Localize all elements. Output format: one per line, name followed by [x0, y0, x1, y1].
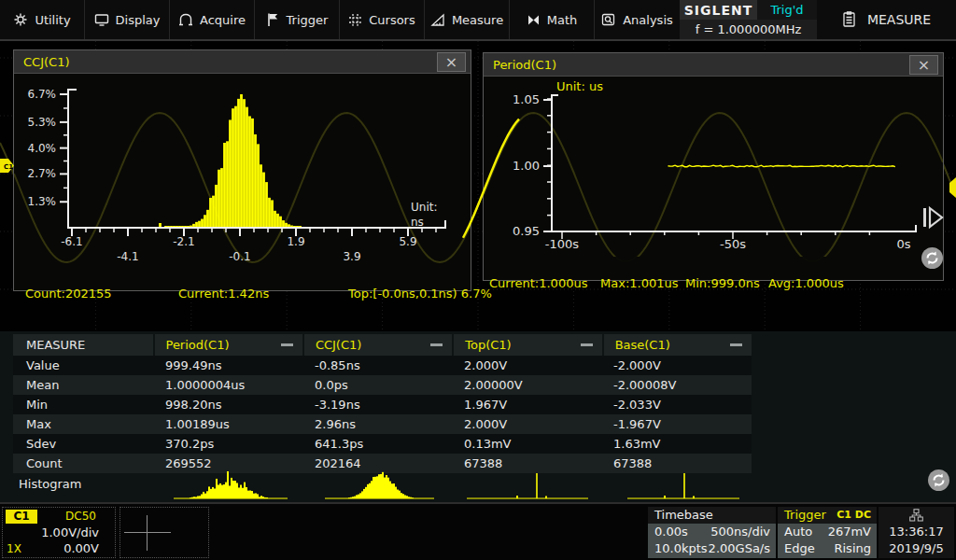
- value-top: 2.000V: [453, 356, 602, 375]
- ccj-stat-top: Top:[-0.0ns,0.1ns) 6.7%: [348, 287, 492, 301]
- menu-cursors-label: Cursors: [369, 13, 415, 27]
- period-stat-max: Max:1.001us: [600, 276, 678, 290]
- min-period: 998.20ns: [154, 395, 303, 414]
- row-label-count: Count: [13, 454, 154, 473]
- value-period: 999.49ns: [154, 356, 303, 375]
- count-ccj: 202164: [303, 454, 453, 473]
- menu-measure-active-label: MEASURE: [867, 12, 931, 27]
- add-channel-button[interactable]: [120, 507, 209, 558]
- ccj-window-close-icon[interactable]: ×: [437, 52, 466, 72]
- menu-acquire[interactable]: Acquire: [170, 0, 255, 39]
- remove-top-icon[interactable]: [581, 343, 593, 346]
- measurement-histograms: [0, 471, 758, 499]
- frequency-counter: f = 1.000000MHz: [680, 20, 817, 39]
- period-window-close-icon[interactable]: ×: [909, 55, 938, 75]
- max-ccj: 2.96ns: [303, 414, 453, 434]
- menu-analysis-label: Analysis: [623, 13, 673, 27]
- svg-text:0s: 0s: [896, 237, 910, 251]
- menu-math[interactable]: Math: [510, 0, 595, 39]
- table-row-count: Count 269552 202164 67388 67388: [13, 454, 752, 473]
- measure-table: MEASURE Period(C1) CCJ(C1) Top(C1) Base(…: [13, 334, 752, 473]
- timebase-points: 10.0kpts: [654, 541, 708, 555]
- svg-text:3.9: 3.9: [343, 250, 360, 263]
- ccj-stat-current: Current:1.42ns: [178, 287, 269, 301]
- measure-table-corner: MEASURE: [13, 334, 153, 356]
- svg-text:2.7%: 2.7%: [28, 167, 57, 180]
- min-base: -2.033V: [602, 395, 752, 414]
- trigger-header: Trigger C1 DC: [778, 507, 877, 524]
- svg-text:-50s: -50s: [720, 237, 746, 251]
- count-top: 67388: [453, 454, 602, 473]
- measure-column-top-label: Top(C1): [465, 338, 511, 352]
- channel1-probe: 1X: [7, 542, 21, 555]
- period-unit-label: Unit: us: [556, 79, 603, 93]
- mean-ccj: 0.0ps: [303, 375, 453, 395]
- row-label-min: Min: [13, 395, 154, 414]
- oscilloscope-screen: Utility Display Acquire Trigger Cursors …: [0, 0, 956, 560]
- menu-trigger-label: Trigger: [287, 13, 329, 27]
- menu-display[interactable]: Display: [85, 0, 170, 39]
- network-icon: [909, 509, 923, 522]
- period-trend-window: Period(C1) × Unit: us 1.051.000.95-100s-…: [483, 52, 944, 281]
- trigger-label: Trigger: [784, 508, 826, 522]
- period-stat-avg: Avg:1.000us: [768, 276, 844, 290]
- menu-utility[interactable]: Utility: [0, 0, 85, 39]
- ccj-window-titlebar[interactable]: CCJ(C1) ×: [14, 50, 471, 74]
- channel1-descriptor[interactable]: C1 DC50 1.00V/div 1X 0.00V: [2, 507, 116, 558]
- max-period: 1.00189us: [154, 414, 303, 434]
- measure-column-top[interactable]: Top(C1): [454, 334, 601, 356]
- timebase-header: Timebase: [648, 507, 776, 524]
- history-play-icon[interactable]: [921, 205, 944, 230]
- gear-icon: [13, 12, 28, 27]
- reset-statistics-icon[interactable]: [921, 246, 944, 270]
- sdev-top: 0.13mV: [453, 434, 602, 454]
- svg-text:6.7%: 6.7%: [28, 88, 57, 101]
- brand-block: SIGLENT Trig'd f = 1.000000MHz: [680, 0, 817, 39]
- menu-analysis[interactable]: Analysis: [595, 0, 680, 39]
- trigger-slope: Rising: [834, 541, 871, 555]
- measure-column-ccj[interactable]: CCJ(C1): [304, 334, 452, 356]
- sdev-ccj: 641.3ps: [303, 434, 453, 454]
- svg-text:0.95: 0.95: [513, 224, 540, 238]
- period-stat-current: Current:1.000us: [489, 276, 587, 290]
- remove-base-icon[interactable]: [730, 343, 742, 346]
- svg-text:ns: ns: [411, 216, 424, 229]
- row-label-max: Max: [13, 414, 154, 434]
- svg-text:1.3%: 1.3%: [28, 195, 57, 208]
- menu-measure-active[interactable]: MEASURE: [817, 0, 956, 39]
- svg-text:1.00: 1.00: [513, 159, 540, 173]
- table-row-max: Max 1.00189us 2.96ns 2.000V -1.967V: [13, 414, 752, 434]
- menu-measure[interactable]: Measure: [425, 0, 510, 39]
- menu-math-label: Math: [547, 13, 578, 27]
- menu-cursors[interactable]: Cursors: [340, 0, 425, 39]
- period-window-titlebar[interactable]: Period(C1) ×: [484, 53, 943, 77]
- min-top: 1.967V: [453, 395, 602, 414]
- remove-ccj-icon[interactable]: [430, 343, 443, 346]
- measure-column-base[interactable]: Base(C1): [604, 334, 752, 356]
- row-label-mean: Mean: [13, 375, 154, 395]
- channel1-position-marker[interactable]: C1: [0, 159, 15, 173]
- svg-text:-2.1: -2.1: [173, 235, 194, 248]
- trigger-type: Edge: [784, 541, 815, 555]
- mean-base: -2.00008V: [602, 375, 752, 395]
- math-bowtie-icon: [527, 13, 541, 27]
- siglent-logo: SIGLENT: [680, 0, 757, 20]
- timebase-descriptor[interactable]: Timebase 0.00s 500ns/div 10.0kpts 2.00GS…: [648, 507, 776, 558]
- count-base: 67388: [602, 454, 752, 473]
- menu-trigger[interactable]: Trigger: [255, 0, 340, 39]
- analysis-icon: [601, 12, 616, 27]
- remove-period-icon[interactable]: [281, 343, 293, 346]
- svg-text:1.05: 1.05: [513, 92, 540, 106]
- table-row-value: Value 999.49ns -0.85ns 2.000V -2.000V: [13, 356, 752, 375]
- row-label-value: Value: [13, 356, 154, 375]
- menu-measure-label: Measure: [452, 13, 503, 27]
- trigger-source: C1 DC: [836, 509, 871, 521]
- trigger-descriptor[interactable]: Trigger C1 DC Auto 267mV Edge Rising: [778, 507, 877, 558]
- measure-column-period-label: Period(C1): [166, 338, 230, 352]
- mean-top: 2.00000V: [453, 375, 602, 395]
- clock[interactable]: 13:36:17 2019/9/5: [879, 507, 954, 558]
- measure-column-period[interactable]: Period(C1): [155, 334, 302, 356]
- trigger-level-marker[interactable]: [943, 177, 956, 198]
- reset-measure-statistics-icon[interactable]: [927, 469, 950, 492]
- ccj-statistics-window: CCJ(C1) × 1.3%2.7%4.0%5.3%6.7%-6.1-4.1-2…: [13, 49, 471, 291]
